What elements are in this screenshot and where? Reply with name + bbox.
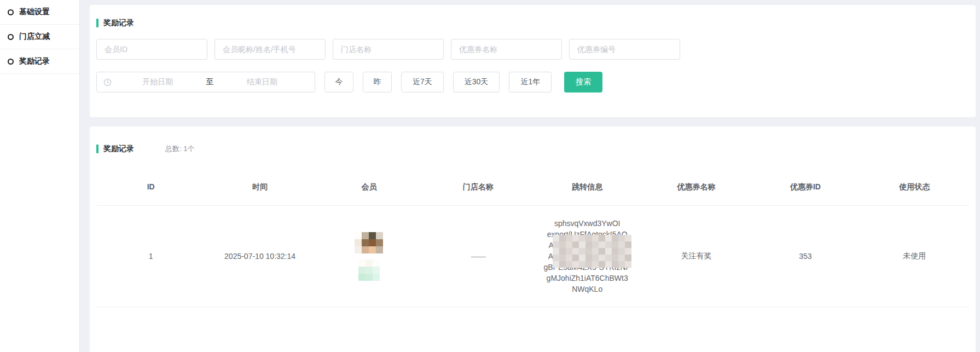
records-panel: 奖励记录 总数: 1个 ID 时间 会员 门店名称 跳转信息 优惠券名称 优惠券… xyxy=(90,126,976,352)
sidebar-item-label: 门店立减 xyxy=(19,32,50,42)
records-total: 总数: 1个 xyxy=(165,144,194,154)
accent-bar xyxy=(96,19,98,27)
cell-coupon-id: 353 xyxy=(751,252,860,261)
table-row: 1 2025-07-10 10:32:14 —— sphsvqVxwd3YwOI… xyxy=(96,206,969,307)
censor-mosaic-overlay xyxy=(553,235,631,268)
table-header-row: ID 时间 会员 门店名称 跳转信息 优惠券名称 优惠券ID 使用状态 xyxy=(96,175,969,206)
cell-member xyxy=(315,232,424,281)
sidebar: 基础设置 门店立减 奖励记录 xyxy=(0,0,80,352)
accent-bar xyxy=(96,145,98,153)
member-avatar-pixelated xyxy=(355,232,383,253)
cell-id: 1 xyxy=(96,252,205,261)
coupon-code-input[interactable] xyxy=(569,39,680,60)
filter-panel: 奖励记录 开始日期 至 结束日期 今 xyxy=(90,5,976,117)
circle-icon xyxy=(8,59,14,65)
end-date-placeholder: 结束日期 xyxy=(216,77,309,87)
sidebar-item-label: 基础设置 xyxy=(19,7,50,17)
date-range-input[interactable]: 开始日期 至 结束日期 xyxy=(96,72,315,93)
sidebar-item-label: 奖励记录 xyxy=(19,56,50,66)
col-coupon-name: 优惠券名称 xyxy=(642,175,751,205)
panel-title-text: 奖励记录 xyxy=(103,144,134,154)
col-jump-info: 跳转信息 xyxy=(533,175,642,205)
app-root: 基础设置 门店立减 奖励记录 奖励记录 xyxy=(0,0,980,352)
records-table: ID 时间 会员 门店名称 跳转信息 优惠券名称 优惠券ID 使用状态 1 20… xyxy=(96,175,969,307)
cell-time: 2025-07-10 10:32:14 xyxy=(205,252,314,261)
sidebar-item-basic-settings[interactable]: 基础设置 xyxy=(0,0,79,25)
total-value: 1个 xyxy=(183,145,194,153)
circle-icon xyxy=(8,34,14,40)
col-status: 使用状态 xyxy=(860,175,969,205)
main-content: 奖励记录 开始日期 至 结束日期 今 xyxy=(80,0,980,352)
cell-store: —— xyxy=(424,252,532,261)
quick-range-yesterday[interactable]: 昨 xyxy=(363,72,392,93)
filter-inputs-row xyxy=(96,39,969,60)
sidebar-item-store-discount[interactable]: 门店立减 xyxy=(0,25,79,49)
quick-range-1y[interactable]: 近1年 xyxy=(509,72,552,93)
search-button[interactable]: 搜索 xyxy=(564,72,602,93)
filter-panel-title: 奖励记录 xyxy=(96,18,969,28)
quick-range-7d[interactable]: 近7天 xyxy=(401,72,444,93)
col-member: 会员 xyxy=(315,175,424,205)
member-name-input[interactable] xyxy=(214,39,326,60)
quick-range-today[interactable]: 今 xyxy=(324,72,353,93)
total-label: 总数: xyxy=(165,145,182,153)
member-nickname-pixelated xyxy=(358,259,380,281)
coupon-name-input[interactable] xyxy=(451,39,562,60)
col-coupon-id: 优惠券ID xyxy=(751,175,860,205)
col-time: 时间 xyxy=(205,175,314,205)
records-panel-title: 奖励记录 总数: 1个 xyxy=(96,144,969,154)
clock-icon xyxy=(103,78,112,86)
col-id: ID xyxy=(96,175,205,205)
sidebar-item-reward-records[interactable]: 奖励记录 xyxy=(0,49,79,74)
member-id-input[interactable] xyxy=(96,39,207,60)
panel-title-text: 奖励记录 xyxy=(103,18,134,28)
date-filter-row: 开始日期 至 结束日期 今 昨 近7天 近30天 近1年 搜索 xyxy=(96,72,969,93)
cell-coupon-name: 关注有奖 xyxy=(642,251,751,261)
cell-jump-info: sphsvqVxwd3YwOI export/UzFfAqtgckI5AQ AA… xyxy=(533,218,642,295)
start-date-placeholder: 开始日期 xyxy=(112,77,204,87)
circle-icon xyxy=(8,9,14,15)
col-store: 门店名称 xyxy=(424,175,532,205)
store-name-input[interactable] xyxy=(333,39,444,60)
quick-range-30d[interactable]: 近30天 xyxy=(453,72,500,93)
date-range-separator: 至 xyxy=(204,77,216,87)
cell-status: 未使用 xyxy=(860,251,969,261)
